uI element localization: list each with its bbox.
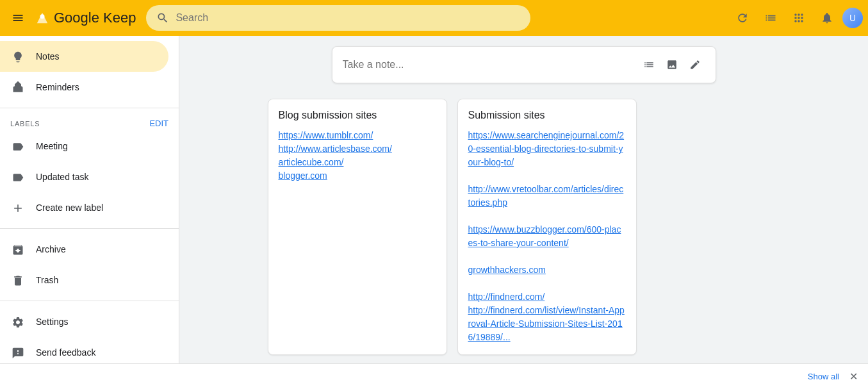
search-icon	[156, 12, 169, 24]
sidebar-divider-3	[0, 301, 179, 301]
labels-section-header: Labels EDIT	[0, 113, 179, 131]
trash-label: Trash	[36, 275, 58, 285]
note-title-1: Blog submission sites	[279, 110, 436, 121]
show-all-button[interactable]: Show all	[808, 372, 839, 381]
bottom-bar: Show all ✕	[0, 363, 868, 389]
note-link-vretoolbar[interactable]: http://www.vretoolbar.com/articles/direc…	[468, 184, 624, 208]
sidebar-divider-2	[0, 228, 179, 229]
new-list-button[interactable]	[639, 54, 659, 75]
logo-text: Google Keep	[54, 10, 136, 26]
lightbulb-icon	[10, 49, 26, 64]
sidebar-item-updated-task[interactable]: Updated task	[0, 161, 168, 192]
apps-button[interactable]	[786, 5, 812, 31]
settings-label: Settings	[36, 317, 69, 327]
take-note-bar[interactable]	[332, 46, 716, 83]
label-updated-task: Updated task	[36, 172, 89, 182]
header: Google Keep U	[0, 0, 868, 36]
new-drawing-button[interactable]	[685, 54, 705, 75]
svg-point-1	[40, 14, 45, 19]
settings-icon	[10, 315, 26, 329]
note-body-2: https://www.searchenginejournal.com/20-e…	[468, 129, 626, 344]
archive-label: Archive	[36, 244, 66, 254]
create-label-text: Create new label	[36, 203, 103, 213]
note-link-growthhackers[interactable]: growthhackers.com	[468, 265, 546, 275]
notes-label: Notes	[36, 51, 60, 62]
note-link-sej[interactable]: https://www.searchenginejournal.com/20-e…	[468, 130, 625, 167]
note-card-submission-sites[interactable]: Submission sites https://www.searchengin…	[457, 99, 637, 355]
label-tag-icon-updated-task	[10, 170, 26, 185]
sidebar-divider-1	[0, 108, 179, 108]
take-note-actions	[639, 54, 705, 75]
reminders-label: Reminders	[36, 82, 79, 92]
take-note-input[interactable]	[343, 59, 634, 70]
reminders-icon	[10, 80, 26, 95]
note-link-articlecube[interactable]: articlecube.com/	[279, 157, 344, 167]
sidebar-item-reminders[interactable]: Reminders	[0, 72, 168, 103]
avatar[interactable]: U	[842, 8, 863, 28]
note-link-articlesbase[interactable]: http://www.articlesbase.com/	[279, 144, 392, 154]
app-layout: Notes Reminders Labels EDIT Meeting	[0, 36, 868, 389]
search-input[interactable]	[176, 12, 520, 24]
notifications-button[interactable]	[814, 5, 840, 31]
note-link-buzzblogger[interactable]: https://www.buzzblogger.com/600-places-t…	[468, 224, 621, 248]
edit-labels-button[interactable]: EDIT	[149, 119, 168, 128]
sidebar-item-create-label[interactable]: Create new label	[0, 192, 168, 223]
note-card-blog-submission[interactable]: Blog submission sites https://www.tumblr…	[268, 99, 447, 355]
menu-button[interactable]	[5, 5, 31, 31]
label-tag-icon-meeting	[10, 139, 26, 154]
search-bar[interactable]	[146, 5, 530, 31]
sidebar-item-trash[interactable]: Trash	[0, 265, 168, 295]
close-bottom-button[interactable]: ✕	[849, 370, 858, 383]
app-logo: Google Keep	[33, 9, 136, 27]
note-link-tumblr[interactable]: https://www.tumblr.com/	[279, 130, 373, 140]
sidebar-item-notes[interactable]: Notes	[0, 41, 168, 72]
feedback-icon	[10, 345, 26, 360]
feedback-label: Send feedback	[36, 347, 95, 358]
sidebar-item-archive[interactable]: Archive	[0, 234, 168, 265]
sidebar: Notes Reminders Labels EDIT Meeting	[0, 36, 179, 389]
archive-icon	[10, 242, 26, 257]
main-content: Blog submission sites https://www.tumblr…	[179, 36, 868, 389]
sidebar-item-settings[interactable]: Settings	[0, 306, 168, 337]
labels-section-title: Labels	[10, 120, 40, 128]
notes-grid: Blog submission sites https://www.tumblr…	[268, 99, 780, 355]
label-meeting: Meeting	[36, 141, 68, 151]
trash-icon	[10, 273, 26, 288]
note-title-2: Submission sites	[468, 110, 626, 121]
sidebar-item-meeting[interactable]: Meeting	[0, 131, 168, 161]
note-body-1: https://www.tumblr.com/ http://www.artic…	[279, 129, 436, 183]
new-image-note-button[interactable]	[662, 54, 682, 75]
header-actions: U	[730, 5, 863, 31]
refresh-button[interactable]	[730, 5, 755, 31]
list-view-button[interactable]	[758, 5, 783, 31]
note-link-blogger[interactable]: blogger.com	[279, 170, 327, 181]
add-icon	[10, 201, 26, 215]
note-link-findnerd[interactable]: http://findnerd.com/http://findnerd.com/…	[468, 292, 625, 342]
